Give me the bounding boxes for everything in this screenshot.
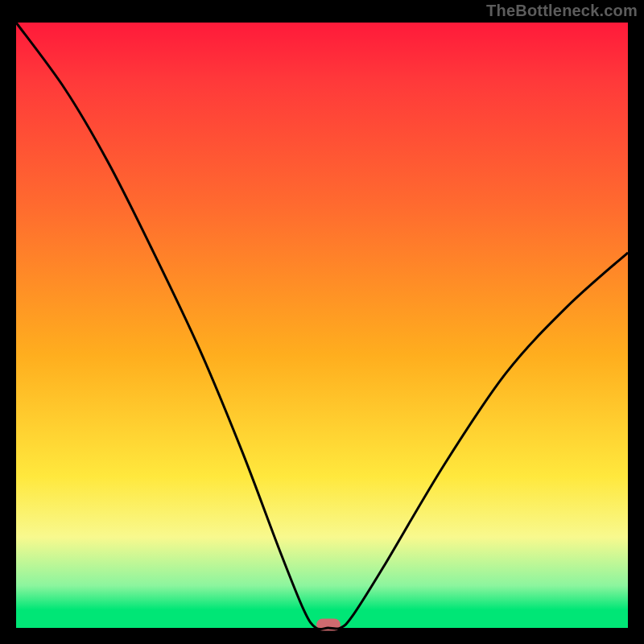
bottleneck-curve	[16, 23, 628, 628]
plot-area	[16, 23, 628, 628]
attribution-text: TheBottleneck.com	[486, 2, 638, 20]
curve-path	[16, 23, 628, 630]
chart-frame: TheBottleneck.com	[0, 0, 644, 644]
